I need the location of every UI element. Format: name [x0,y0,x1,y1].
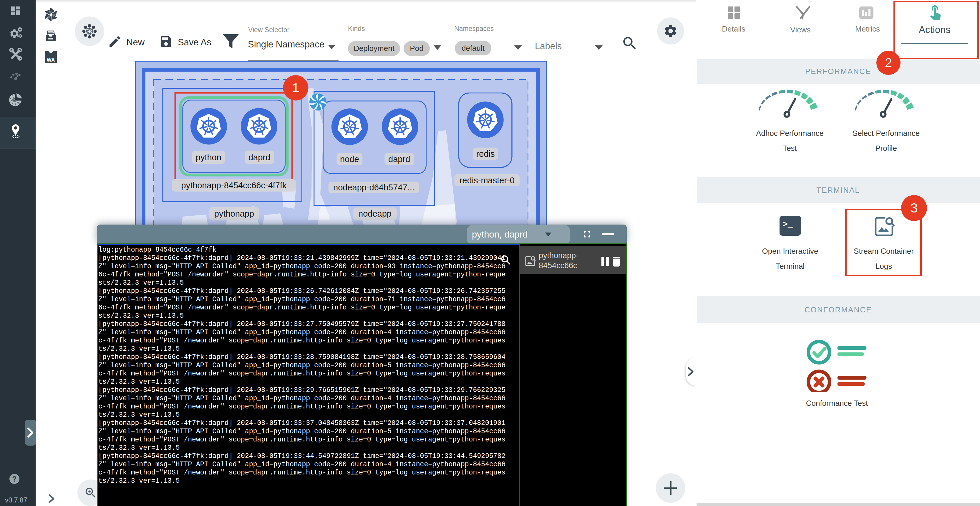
svg-text:node: node [340,155,359,164]
svg-text:pythonapp-8454cc66c-4f7fk: pythonapp-8454cc66c-4f7fk [181,180,287,190]
svg-text:pythonapp: pythonapp [214,209,254,219]
svg-text:1: 1 [292,80,299,95]
svg-text:python: python [196,153,221,162]
svg-text:redis-master-0: redis-master-0 [460,176,515,185]
svg-text:daprd: daprd [248,153,270,162]
svg-text:redis: redis [476,149,495,158]
svg-text:WA: WA [47,57,55,63]
svg-text:daprd: daprd [388,155,410,164]
svg-text:nodeapp: nodeapp [358,209,391,219]
svg-text:nodeapp-d64b5747...: nodeapp-d64b5747... [333,183,415,192]
